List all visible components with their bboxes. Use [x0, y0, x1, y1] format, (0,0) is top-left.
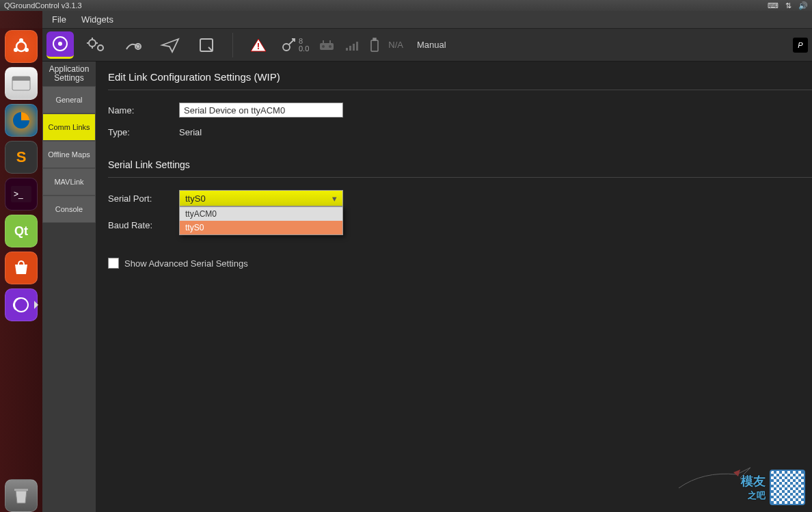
- name-label: Name:: [108, 105, 179, 116]
- gps-hdop: 0.0: [299, 45, 309, 53]
- svg-rect-5: [12, 77, 30, 81]
- advanced-row: Show Advanced Serial Settings: [108, 258, 812, 269]
- svg-point-0: [16, 42, 26, 51]
- panel-title: Edit Link Configuration Settings (WIP): [108, 71, 812, 83]
- sidebar-item-comm-links[interactable]: Comm Links: [42, 113, 96, 141]
- ubuntu-launcher: S >_ Qt: [0, 11, 42, 512]
- qr-code-icon: [770, 470, 805, 505]
- toolbar-gps-status[interactable]: 8 0.0: [281, 38, 309, 53]
- launcher-firefox-icon[interactable]: [5, 104, 38, 137]
- launcher-terminal-icon[interactable]: >_: [5, 178, 38, 211]
- content-area: ApplicationSettings General Comm Links O…: [42, 62, 812, 512]
- dropdown-option-ttyacm0[interactable]: ttyACM0: [180, 207, 342, 221]
- port-row: Serial Port: ttyS0 ttyACM0 ttyS0: [108, 190, 812, 206]
- toolbar-telemetry-icon[interactable]: [344, 31, 361, 59]
- svg-rect-10: [14, 489, 28, 491]
- flight-mode[interactable]: Manual: [417, 40, 446, 50]
- name-row: Name:: [108, 103, 812, 118]
- svg-point-13: [89, 40, 96, 46]
- toolbar-messages-icon[interactable]: !: [244, 31, 273, 59]
- watermark: 模友 之吧: [741, 470, 805, 505]
- svg-point-2: [14, 48, 18, 52]
- toolbar-brand-icon: P: [793, 38, 808, 53]
- gps-count: 8: [299, 38, 309, 45]
- port-label: Serial Port:: [108, 193, 179, 204]
- launcher-files-icon[interactable]: [5, 67, 38, 100]
- launcher-trash-icon[interactable]: [5, 479, 38, 512]
- svg-point-22: [329, 45, 331, 48]
- svg-rect-27: [353, 44, 355, 51]
- svg-point-21: [322, 45, 325, 48]
- toolbar-battery-status[interactable]: N/A: [369, 38, 403, 53]
- sidebar-item-offline-maps[interactable]: Offline Maps: [42, 141, 96, 168]
- svg-point-1: [19, 38, 23, 42]
- launcher-qt-icon[interactable]: Qt: [5, 215, 38, 247]
- menu-file[interactable]: File: [52, 14, 66, 25]
- os-titlebar: QGroundControl v3.1.3 ⌨ ⇅ 🔊: [0, 0, 812, 11]
- type-value: Serial: [179, 127, 202, 137]
- serial-port-dropdown[interactable]: ttyS0 ttyACM0 ttyS0: [179, 190, 343, 206]
- toolbar-rc-icon[interactable]: [317, 31, 336, 59]
- svg-rect-30: [373, 38, 376, 40]
- svg-point-16: [137, 45, 139, 47]
- svg-point-14: [98, 45, 103, 51]
- dropdown-option-ttys0[interactable]: ttyS0: [180, 221, 342, 234]
- advanced-label: Show Advanced Serial Settings: [124, 258, 248, 269]
- toolbar-plan-button[interactable]: [119, 31, 148, 59]
- sidebar-item-console[interactable]: Console: [42, 196, 96, 223]
- window-title: QGroundControl v3.1.3: [4, 1, 82, 10]
- toolbar-setup-button[interactable]: [82, 31, 111, 59]
- type-label: Type:: [108, 127, 179, 137]
- toolbar-analyze-button[interactable]: [193, 31, 221, 59]
- keyboard-icon[interactable]: ⌨: [768, 1, 779, 10]
- svg-text:>_: >_: [14, 189, 23, 199]
- name-input[interactable]: [179, 103, 343, 118]
- serial-section-title: Serial Link Settings: [108, 159, 812, 170]
- system-tray: ⌨ ⇅ 🔊: [768, 1, 808, 10]
- svg-point-12: [58, 42, 62, 46]
- sidebar-item-mavlink[interactable]: MAVLink: [42, 168, 96, 196]
- app-window: ! 8 0.0 N/A Manual P ApplicationSettings: [42, 29, 812, 512]
- svg-rect-25: [346, 48, 348, 51]
- svg-rect-26: [349, 46, 351, 51]
- type-row: Type: Serial: [108, 127, 812, 137]
- svg-point-19: [283, 44, 290, 51]
- toolbar-fly-button[interactable]: [156, 31, 185, 59]
- divider: [108, 177, 812, 178]
- advanced-checkbox[interactable]: [108, 258, 119, 269]
- launcher-sublime-icon[interactable]: S: [5, 141, 38, 174]
- launcher-qgc-icon[interactable]: [5, 288, 38, 321]
- network-icon[interactable]: ⇅: [785, 1, 791, 10]
- menubar: File Widgets: [0, 11, 812, 29]
- launcher-dash-icon[interactable]: [5, 30, 38, 63]
- battery-value: N/A: [388, 40, 403, 50]
- svg-point-3: [25, 48, 29, 52]
- dropdown-selected: ttyS0: [185, 193, 206, 204]
- watermark-text-2: 之吧: [741, 489, 766, 502]
- watermark-text-1: 模友: [741, 473, 766, 489]
- dropdown-button[interactable]: ttyS0: [179, 190, 343, 206]
- svg-rect-28: [356, 42, 358, 51]
- divider: [108, 90, 812, 90]
- svg-rect-23: [323, 40, 324, 44]
- sidebar-header: ApplicationSettings: [42, 62, 96, 86]
- launcher-software-icon[interactable]: [5, 252, 38, 284]
- settings-panel: Edit Link Configuration Settings (WIP) N…: [96, 62, 812, 512]
- svg-rect-29: [371, 40, 378, 51]
- main-toolbar: ! 8 0.0 N/A Manual P: [42, 29, 812, 62]
- baud-label: Baud Rate:: [108, 220, 179, 230]
- svg-rect-24: [329, 40, 331, 44]
- dropdown-list: ttyACM0 ttyS0: [179, 206, 343, 235]
- sidebar-item-general[interactable]: General: [42, 86, 96, 113]
- menu-widgets[interactable]: Widgets: [81, 14, 113, 25]
- svg-text:!: !: [257, 41, 260, 51]
- toolbar-settings-button[interactable]: [46, 31, 74, 59]
- volume-icon[interactable]: 🔊: [798, 1, 808, 10]
- settings-sidebar: ApplicationSettings General Comm Links O…: [42, 62, 96, 512]
